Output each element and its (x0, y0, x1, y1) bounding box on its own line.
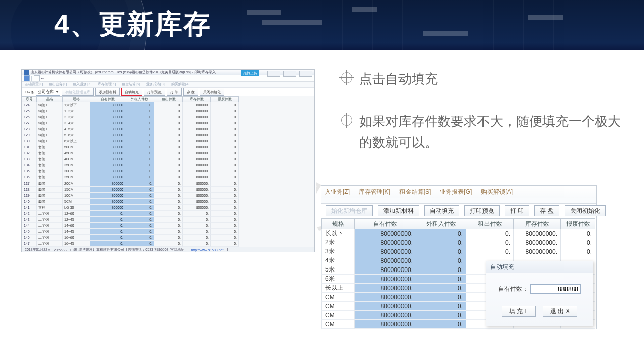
menu-item[interactable]: 租金结算[S] (122, 82, 140, 87)
add-material-button[interactable]: 添加新材料 (378, 205, 419, 216)
status-time: 20:56:22 (54, 248, 67, 252)
screenshot-full-window: 山东银杉计算机软件有限公司（可修改） [d:\Program Files (x8… (21, 69, 315, 252)
menu-item[interactable]: 租金结算[S] (399, 188, 431, 196)
table-row[interactable]: 138套管15CM8000000.0.800000.0. (22, 187, 314, 193)
status-date: 2018年01月22日 (25, 247, 51, 252)
menu-item[interactable]: 库存管理[K] (98, 82, 116, 87)
bullet-list: 点击自动填充 如果对库存件数要求不大，随便填充一个极大的数就可以。 (341, 68, 623, 174)
table-row[interactable]: 124钢管T1米以下8000000.0.800000.0. (22, 102, 314, 108)
warehouse-select[interactable]: 公司仓库 (36, 88, 60, 96)
close-button[interactable] (299, 71, 312, 77)
slide-title: 4、更新库存 (54, 6, 211, 43)
window-titlebar: 山东银杉计算机软件有限公司（可修改） [d:\Program Files (x8… (22, 70, 314, 75)
table-row[interactable]: 126钢管T2~3米8000000.0.800000.0. (22, 114, 314, 120)
menu-item[interactable]: 基础设置[T] (25, 82, 43, 87)
table-row[interactable]: 125钢管T1~2米8000000.0.800000.0. (22, 108, 314, 114)
add-material-button[interactable]: 添加新材料 (95, 88, 120, 96)
status-bar: 2018年01月22日 20:56:22 山东 淄博银杉计算机软件有限公司【咨询… (22, 247, 314, 252)
table-row[interactable]: 132套管45CM8000000.0.800000.0. (22, 150, 314, 156)
dialog-title: 自动填充 (486, 261, 593, 273)
print-preview-button[interactable]: 打印预览 (144, 88, 165, 96)
inventory-grid: 序号品名规格自有件数外租入件数租出件数库存件数报废件数 124钢管T1米以下80… (22, 96, 314, 247)
table-row[interactable]: 136套管25CM8000000.0.800000.0. (22, 174, 314, 180)
table-row[interactable]: 130钢管T6米以上8000000.0.800000.0. (22, 138, 314, 144)
table-row[interactable]: 142工字钢12~600.0.0.0.0. (22, 211, 314, 217)
table-row[interactable]: 146工字钢16~600.0.0.0.0. (22, 235, 314, 241)
inventory-toolbar: 147条 公司仓库 初始化新增仓库 添加新材料 自动填充 打印预览 打 印 存 … (22, 88, 314, 96)
table-row[interactable]: 127钢管T3~4米8000000.0.800000.0. (22, 120, 314, 126)
tool-icon[interactable] (34, 75, 40, 81)
inventory-toolbar-zoom: 始化新增仓库 添加新材料 自动填充 打印预览 打 印 存 盘 关闭初始化 (321, 204, 596, 218)
window-controls (267, 71, 312, 77)
status-url[interactable]: http://www.s1588.net (191, 248, 223, 252)
table-row[interactable]: 141立杆LG-308000000.0.800000.0. (22, 205, 314, 211)
sun-icon (341, 115, 352, 126)
table-row[interactable]: 长以下800000000.0.0.800000000.0. (321, 229, 596, 238)
grid-header: 序号品名规格自有件数外租入件数租出件数库存件数报废件数 (22, 96, 314, 102)
menu-item[interactable]: 业务报表[G] (146, 82, 165, 87)
grid-header-zoom: 规格自有件数外租入件数租出件数库存件数报废件数 (321, 218, 596, 229)
table-row[interactable]: 145工字钢14~450.0.0.0.0. (22, 229, 314, 235)
minimize-button[interactable] (267, 71, 280, 77)
main-menu-zoom: 入业务[Z] 库存管理[K] 租金结算[S] 业务报表[G] 购买解锁[A] (321, 186, 596, 198)
maximize-button[interactable] (283, 71, 296, 77)
window-title: 山东银杉计算机软件有限公司（可修改） [d:\Program Files (x8… (31, 70, 216, 75)
auto-fill-dialog: 自动填充 自有件数： 填 充 F 退 出 X (486, 261, 593, 326)
bullet-2: 如果对库存件数要求不大，随便填充一个极大的数就可以。 (341, 111, 623, 153)
bullet-2-text: 如果对库存件数要求不大，随便填充一个极大的数就可以。 (359, 114, 621, 150)
auto-fill-button[interactable]: 自动填充 (121, 88, 142, 96)
tool-label[interactable]: ⇤ (41, 76, 44, 81)
table-row[interactable]: 3米800000000.0.0.800000000.0. (321, 247, 596, 256)
tool-icon[interactable] (24, 75, 30, 81)
exit-button[interactable]: 退 出 X (543, 306, 578, 317)
own-count-input[interactable] (530, 284, 581, 294)
app-icon (24, 70, 29, 75)
upload-badge[interactable]: 拖拽上传 (241, 70, 259, 76)
table-row[interactable]: 134套管35CM8000000.0.800000.0. (22, 162, 314, 168)
print-button[interactable]: 打 印 (505, 205, 529, 216)
sun-icon (341, 72, 352, 83)
bullet-1: 点击自动填充 (341, 68, 623, 89)
fill-button[interactable]: 填 充 F (502, 306, 536, 317)
close-init-button[interactable]: 关闭初始化 (565, 205, 606, 216)
slide-body: 非会员水印 点击自动填充 如果对库存件数要求不大，随便填充一个极大的数就可以。 … (0, 50, 644, 362)
init-warehouse-button[interactable]: 初始化新增仓库 (62, 88, 94, 96)
auto-fill-button[interactable]: 自动填充 (424, 205, 459, 216)
init-warehouse-button[interactable]: 始化新增仓库 (326, 205, 373, 216)
menu-item[interactable]: 租入业务[Z] (73, 82, 91, 87)
print-preview-button[interactable]: 打印预览 (464, 205, 500, 216)
slide-header: 4、更新库存 (0, 0, 644, 50)
table-row[interactable]: 144工字钢14~600.0.0.0.0. (22, 223, 314, 229)
table-row[interactable]: 131套管50CM8000000.0.800000.0. (22, 144, 314, 150)
table-row[interactable]: 133套管40CM8000000.0.800000.0. (22, 156, 314, 162)
menu-item[interactable]: 库存管理[K] (359, 188, 390, 196)
bullet-1-text: 点击自动填充 (359, 71, 438, 86)
table-row[interactable]: 128钢管T4~5米8000000.0.800000.0. (22, 126, 314, 132)
grid-body[interactable]: 124钢管T1米以下8000000.0.800000.0.125钢管T1~2米8… (22, 102, 314, 247)
print-button[interactable]: 打 印 (167, 88, 182, 96)
close-init-button[interactable]: 关闭初始化 (200, 88, 224, 96)
screenshot-zoom-window: 入业务[Z] 库存管理[K] 租金结算[S] 业务报表[G] 购买解锁[A] 始… (321, 185, 597, 329)
menu-item[interactable]: 入业务[Z] (325, 188, 350, 196)
table-row[interactable]: 2米800000000.0.0.800000000.0. (321, 238, 596, 247)
main-menu: 基础设置[T] 租出业务[T] 租入业务[Z] 库存管理[K] 租金结算[S] … (22, 82, 314, 87)
table-row[interactable]: 147工字钢16~450.0.0.0.0. (22, 241, 314, 247)
dialog-field-label: 自有件数： (498, 285, 528, 293)
menu-item[interactable]: 租出业务[T] (49, 82, 67, 87)
menu-item[interactable]: 购买解锁[A] (481, 188, 513, 196)
save-button[interactable]: 存 盘 (183, 88, 198, 96)
table-row[interactable]: 137套管20CM8000000.0.800000.0. (22, 180, 314, 187)
table-row[interactable]: 129钢管T5~6米8000000.0.800000.0. (22, 132, 314, 138)
status-company: 山东 淄博银杉计算机软件有限公司【咨询电话：0533-7986503, 官网地址… (70, 247, 188, 252)
save-button[interactable]: 存 盘 (534, 205, 559, 216)
menu-item[interactable]: 业务报表[G] (440, 188, 472, 196)
table-row[interactable]: 139套管10CM8000000.0.800000.0. (22, 193, 314, 199)
menu-item[interactable]: 购买解锁[A] (171, 82, 190, 87)
table-row[interactable]: 135套管30CM8000000.0.800000.0. (22, 168, 314, 174)
table-row[interactable]: 143工字钢12~450.0.0.0.0. (22, 217, 314, 223)
record-count: 147条 (25, 89, 34, 95)
table-row[interactable]: 140套管5CM8000000.0.800000.0. (22, 199, 314, 205)
